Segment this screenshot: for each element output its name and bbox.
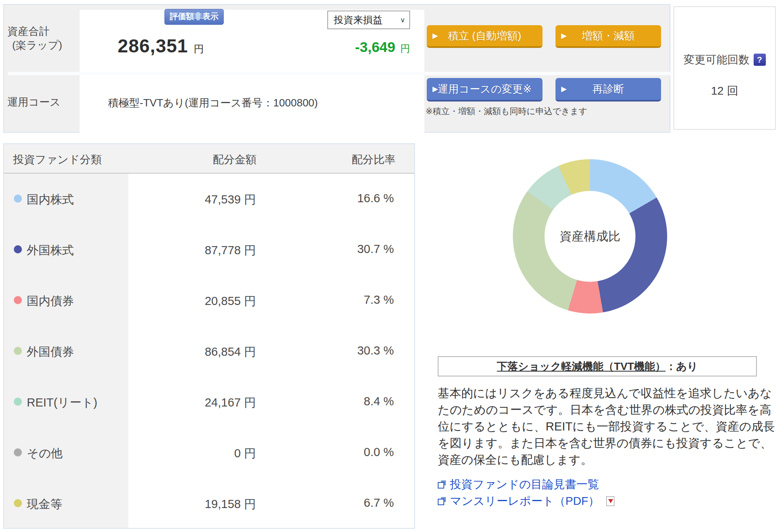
allocation-amount: 0 円 [134,445,256,462]
allocation-ratio: 16.6 % [285,192,394,205]
pdf-icon [606,496,614,506]
category-color-dot [14,195,22,203]
monthly-report-link-label: マンスリーレポート（PDF） [450,493,600,509]
help-icon[interactable]: ? [754,54,766,66]
category-label: その他 [27,445,63,462]
triangle-right-icon: ▶ [432,84,438,93]
allocation-ratio: 8.4 % [285,395,394,408]
tvt-function-value: ：あり [666,359,698,374]
allocation-ratio: 6.7 % [285,496,394,510]
category-color-dot [14,347,22,355]
header-fund-category: 投資ファンド分類 [13,152,102,167]
total-assets-label-line2: (楽ラップ) [12,38,62,52]
allocation-row-7: 現金等19,158 円6.7 % [4,478,414,529]
external-window-icon [438,497,446,505]
category-color-dot [14,448,22,456]
triangle-right-icon: ▶ [432,31,438,40]
triangle-right-icon: ▶ [561,84,567,93]
course-value: 積極型-TVTあり(運用コース番号：1000800) [108,96,318,110]
course-label: 運用コース [7,95,61,109]
allocation-ratio: 30.3 % [285,344,394,357]
panel-row-divider [8,72,674,75]
allocation-ratio: 0.0 % [285,445,394,459]
total-assets-value: 286,351 円 [76,35,246,57]
prospectus-list-link-label: 投資ファンドの目論見書一覧 [450,477,599,492]
rediagnosis-button[interactable]: ▶ 再診断 [555,78,661,102]
allocation-row-1: 国内株式47,539 円16.6 % [4,173,414,224]
rakuten-wrap-page: 資産合計 (楽ラップ) 評価額非表示 286,351 円 投資来損益 ∨ -3,… [0,0,778,532]
course-description: 基本的にはリスクをある程度見込んで収益性を追求したいあなたのためのコースです。日… [438,385,778,468]
profit-loss-select[interactable]: 投資来損益 ∨ [327,11,410,29]
profit-loss-number: -3,649 [355,39,395,55]
monthly-report-link[interactable]: マンスリーレポート（PDF） [438,493,614,509]
tsumitate-button[interactable]: ▶ 積立 (自動増額) [427,25,542,48]
tvt-function-label: 下落ショック軽減機能（TVT機能） [497,359,666,374]
category-label: 国内株式 [27,192,74,208]
allocation-amount: 24,167 円 [134,395,256,411]
allocation-amount: 47,539 円 [134,192,256,208]
simultaneous-application-note: ※積立・増額・減額も同時に申込できます [426,106,588,117]
profit-loss-select-value: 投資来損益 [334,13,383,26]
category-label: REIT(リート) [27,395,97,411]
tsumitate-button-label: 積立 (自動増額) [448,29,521,43]
allocation-row-4: 外国債券86,854 円30.3 % [4,326,414,376]
allocation-row-6: その他0 円0.0 % [4,427,414,478]
category-label: 現金等 [27,496,62,513]
total-assets-label-line1: 資産合計 [7,24,50,39]
category-color-dot [14,296,22,304]
total-assets-unit: 円 [194,42,204,56]
hide-valuation-badge-button[interactable]: 評価額非表示 [164,9,224,25]
allocation-card: 投資ファンド分類 配分金額 配分比率 国内株式47,539 円16.6 %外国株… [3,143,415,529]
course-change-button-label: 運用コースの変更※ [438,82,532,96]
chevron-down-icon: ∨ [400,16,405,24]
allocation-row-5: REIT(リート)24,167 円8.4 % [4,376,414,427]
prospectus-list-link[interactable]: 投資ファンドの目論見書一覧 [438,477,599,492]
increase-decrease-button-label: 増額・減額 [582,29,635,43]
allocation-amount: 20,855 円 [134,293,256,309]
profit-loss-unit: 円 [400,43,410,54]
category-color-dot [14,499,22,507]
allocation-amount: 19,158 円 [134,496,256,513]
allocation-row-2: 外国株式87,778 円30.7 % [4,224,414,275]
allocation-ratio: 30.7 % [285,242,394,256]
category-label: 国内債券 [27,293,74,309]
rediagnosis-button-label: 再診断 [592,82,624,96]
profit-loss-value: -3,649 円 [284,39,410,55]
tvt-function-box: 下落ショック軽減機能（TVT機能） ：あり [438,356,757,376]
donut-center-label: 資産構成比 [560,228,620,245]
category-color-dot [14,245,22,253]
category-label: 外国株式 [27,242,74,259]
header-allocation-ratio: 配分比率 [337,152,410,167]
header-allocation-amount: 配分金額 [129,152,340,167]
category-color-dot [14,398,22,406]
change-count-value: 12 回 [674,83,775,99]
allocation-row-3: 国内債券20,855 円7.3 % [4,275,414,326]
allocation-amount: 87,778 円 [134,242,256,259]
category-label: 外国債券 [27,344,74,360]
triangle-right-icon: ▶ [561,31,567,40]
increase-decrease-button[interactable]: ▶ 増額・減額 [555,25,661,48]
change-count-label: 変更可能回数 [684,52,750,67]
external-window-icon [438,480,446,489]
allocation-ratio: 7.3 % [285,293,394,307]
asset-composition-donut-chart: 資産構成比 [513,159,667,314]
allocation-table-header: 投資ファンド分類 配分金額 配分比率 [4,144,414,173]
total-assets-number: 286,351 [118,35,188,57]
donut-hole: 資産構成比 [545,191,635,282]
change-count-panel: 変更可能回数 ? 12 回 [674,6,776,130]
course-change-button[interactable]: ▶ 運用コースの変更※ [427,78,542,102]
allocation-amount: 86,854 円 [134,344,256,360]
